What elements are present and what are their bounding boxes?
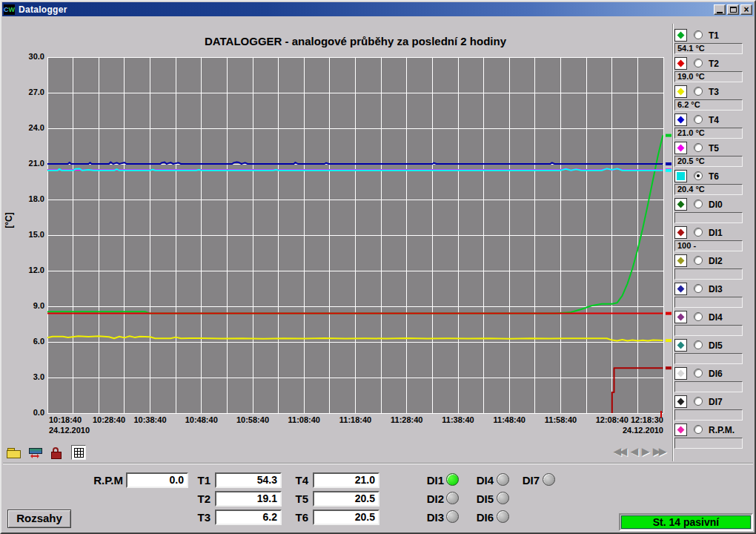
- channel-row-di1: DI1 100 -: [674, 225, 753, 254]
- y-tick-label: 27.0: [1, 88, 44, 96]
- channel-color-button[interactable]: [674, 142, 687, 154]
- channel-value-field: 20.5 °C: [674, 156, 743, 167]
- channel-color-swatch: [677, 201, 685, 208]
- t4-field: 21.0: [313, 472, 379, 488]
- status-text: St. 14 pasivní: [621, 515, 751, 529]
- channel-color-button[interactable]: [674, 339, 687, 352]
- channel-color-button[interactable]: [674, 170, 687, 182]
- y-tick-label: 3.0: [1, 372, 44, 381]
- channel-radio[interactable]: [694, 284, 703, 293]
- grid-icon: [74, 448, 84, 458]
- t1-label: T1: [191, 474, 210, 487]
- range-icon[interactable]: [28, 446, 43, 458]
- rpm-label: R.P.M: [73, 474, 123, 487]
- lock-icon[interactable]: [50, 446, 64, 458]
- channel-color-button[interactable]: [674, 423, 687, 436]
- close-button[interactable]: ×: [740, 4, 752, 15]
- nav-last-button[interactable]: ▶▶: [653, 446, 665, 457]
- channel-radio[interactable]: [694, 340, 703, 349]
- channel-value-field: [674, 297, 743, 308]
- t1-field: 54.3: [215, 472, 282, 488]
- channel-color-button[interactable]: [674, 311, 687, 323]
- channel-radio[interactable]: [694, 143, 703, 152]
- channel-radio[interactable]: [694, 171, 703, 180]
- t5-label: T5: [289, 492, 308, 505]
- nav-prev-button[interactable]: ◀: [631, 446, 637, 457]
- maximize-button[interactable]: [727, 4, 739, 15]
- channel-label: DI3: [709, 284, 723, 294]
- channel-label: T6: [709, 171, 719, 182]
- minimize-button[interactable]: [714, 4, 726, 15]
- chart-plot[interactable]: [47, 57, 672, 414]
- y-tick-label: 12.0: [1, 266, 44, 274]
- di5-led: [497, 492, 509, 504]
- channel-radio[interactable]: [694, 397, 703, 406]
- channel-color-button[interactable]: [674, 367, 687, 380]
- t2-field: 19.1: [215, 491, 282, 507]
- channel-radio[interactable]: [694, 425, 703, 434]
- channel-row-di2: DI2: [674, 254, 753, 282]
- sidebar-divider: [672, 24, 674, 461]
- channel-label: T3: [709, 87, 719, 97]
- channel-label: DI6: [709, 369, 723, 379]
- nav-first-button[interactable]: ◀◀: [614, 446, 626, 457]
- chart-navigation: ◀◀ ◀ ▶ ▶▶: [614, 446, 665, 457]
- channel-row-t6: T6 20.4 °C: [674, 169, 753, 197]
- channel-radio[interactable]: [694, 87, 703, 96]
- x-tick-label: 11:38:40: [433, 415, 483, 424]
- channel-color-button[interactable]: [674, 85, 687, 98]
- channel-radio[interactable]: [694, 30, 703, 39]
- channel-radio[interactable]: [694, 228, 703, 237]
- channel-label: T4: [709, 115, 719, 125]
- channel-label: T1: [709, 30, 719, 41]
- channel-color-swatch: [677, 172, 685, 180]
- channel-value-field: [674, 325, 743, 336]
- channel-row-di6: DI6: [674, 366, 753, 395]
- channel-row-di4: DI4: [674, 310, 753, 338]
- channel-radio[interactable]: [694, 312, 703, 321]
- y-tick-label: 21.0: [1, 159, 44, 168]
- t4-label: T4: [289, 474, 308, 487]
- channel-color-button[interactable]: [674, 29, 687, 42]
- x-tick-label: 10:58:40: [228, 415, 278, 424]
- y-tick-label: 15.0: [1, 230, 44, 239]
- channel-row-t4: T4 21.0 °C: [674, 113, 753, 141]
- minimize-icon: [717, 12, 723, 13]
- channel-value-field: 19.0 °C: [674, 71, 743, 82]
- channel-color-button[interactable]: [674, 226, 687, 239]
- channel-radio[interactable]: [694, 256, 703, 265]
- channel-value-field: 100 -: [674, 240, 743, 251]
- t3-label: T3: [191, 511, 210, 524]
- channel-color-button[interactable]: [674, 254, 687, 267]
- channel-row-di0: DI0: [674, 197, 753, 225]
- channel-color-button[interactable]: [674, 57, 687, 70]
- channel-color-swatch: [677, 286, 685, 293]
- channel-color-swatch: [677, 60, 685, 67]
- open-folder-icon[interactable]: [7, 446, 21, 458]
- nav-next-button[interactable]: ▶: [642, 446, 648, 457]
- titlebar[interactable]: CW Datalogger ×: [2, 2, 754, 16]
- di1-led: [446, 473, 459, 486]
- rpm-field: 0.0: [126, 472, 188, 488]
- channel-row-t1: T1 54.1 °C: [674, 28, 753, 56]
- channel-radio[interactable]: [694, 115, 703, 124]
- grid-toggle-button[interactable]: [71, 445, 86, 460]
- channel-radio[interactable]: [694, 59, 703, 67]
- chart-title: DATALOGGER - analogové průběhy za posled…: [47, 35, 663, 47]
- channel-radio[interactable]: [694, 200, 703, 208]
- channel-color-button[interactable]: [674, 113, 687, 126]
- channel-radio[interactable]: [694, 369, 703, 378]
- di7-led: [543, 473, 555, 486]
- x-tick-label: 12:18:30: [613, 415, 663, 424]
- ranges-button[interactable]: Rozsahy: [7, 510, 71, 528]
- channel-color-button[interactable]: [674, 283, 687, 295]
- channel-color-button[interactable]: [674, 395, 687, 408]
- channel-color-swatch: [677, 342, 685, 349]
- x-tick-label: 11:08:40: [279, 415, 329, 424]
- x-tick-label: 11:58:40: [536, 415, 586, 424]
- x-tick-label: 10:48:40: [176, 415, 227, 424]
- channel-color-button[interactable]: [674, 198, 687, 211]
- di4-led: [497, 473, 509, 486]
- channel-color-swatch: [677, 88, 685, 96]
- channel-label: R.P.M.: [709, 425, 735, 435]
